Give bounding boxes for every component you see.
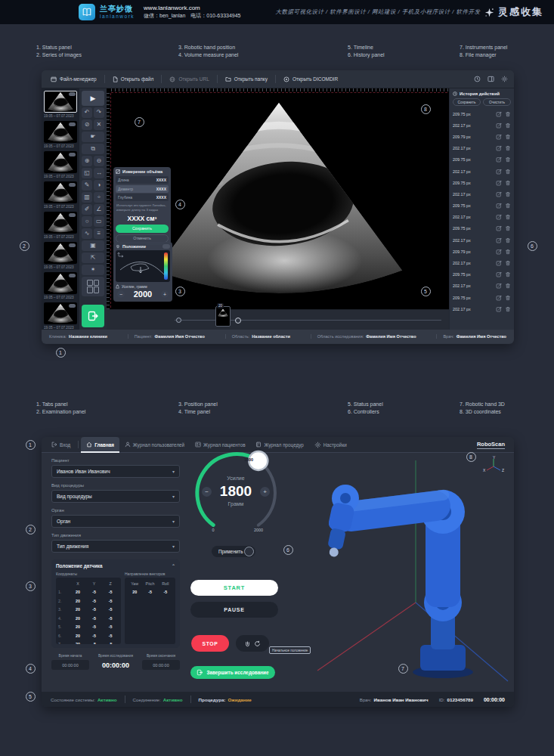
gear-icon[interactable]: [501, 76, 508, 82]
history-row[interactable]: 202.17 px: [453, 234, 511, 246]
series-thumbnail[interactable]: 19.05 – 07.07.2023: [44, 242, 77, 269]
procedure-select[interactable]: Вид процедуры▾: [51, 490, 180, 503]
edit-icon[interactable]: [496, 237, 502, 243]
trash-icon[interactable]: [505, 295, 511, 301]
edit-icon[interactable]: [496, 180, 502, 186]
pan-tool[interactable]: ↔: [94, 168, 104, 179]
trash-icon[interactable]: [505, 283, 511, 289]
play-tool[interactable]: ▶: [82, 91, 104, 106]
history-row[interactable]: 209.79 px: [453, 131, 511, 142]
lines-tool[interactable]: ≡: [94, 228, 104, 240]
toolbar-item-4[interactable]: Открыть DICOMDIR: [280, 76, 341, 82]
curve-tool[interactable]: ∿: [82, 228, 92, 240]
trash-icon[interactable]: [505, 203, 511, 209]
toolbar-item-1[interactable]: Открыть файл: [110, 76, 157, 82]
history-row[interactable]: 209.75 px: [453, 108, 511, 119]
edit-icon[interactable]: [496, 122, 502, 129]
gesture-tool[interactable]: ✶: [82, 265, 104, 276]
force-minus-button[interactable]: −: [117, 290, 125, 298]
timeline-start-marker[interactable]: [176, 318, 181, 323]
history-row[interactable]: 209.75 px: [453, 200, 511, 212]
series-thumbnail[interactable]: 19.05 – 07.07.2023: [44, 91, 77, 118]
edit-icon[interactable]: [496, 271, 502, 277]
trash-icon[interactable]: [505, 111, 511, 117]
trash-icon[interactable]: [505, 237, 511, 243]
series-thumbnail[interactable]: 19.05 – 07.07.2023: [44, 151, 77, 178]
cancel-tool[interactable]: ⊘: [82, 119, 92, 131]
motion-select[interactable]: Тип движения▾: [51, 540, 180, 553]
edit-icon[interactable]: [496, 111, 502, 117]
toolbar-item-0[interactable]: Файл-менеджер: [48, 76, 100, 82]
edit-icon[interactable]: [496, 134, 502, 140]
finish-button[interactable]: Завершить исследование: [190, 666, 275, 679]
measure-row[interactable]: ДлинаXXXX: [116, 176, 169, 184]
tab-5[interactable]: Настройки: [309, 437, 352, 453]
trash-icon[interactable]: [505, 134, 511, 140]
edit-icon[interactable]: [496, 283, 502, 289]
series-thumbnail[interactable]: 19.05 – 07.07.2023: [44, 181, 77, 209]
start-button[interactable]: START: [190, 580, 278, 596]
history-clear-button[interactable]: Очистить: [483, 98, 511, 106]
contrast-tool[interactable]: ◑: [94, 180, 104, 191]
edit-icon[interactable]: [496, 191, 502, 197]
history-row[interactable]: 202.17 px: [453, 212, 511, 223]
edit-icon[interactable]: [496, 295, 502, 301]
tab-1[interactable]: Главная: [81, 437, 119, 453]
ellipse-tool[interactable]: ○: [82, 216, 92, 228]
redo-tool[interactable]: ↷: [94, 107, 104, 119]
history-row[interactable]: 202.17 px: [453, 188, 511, 200]
tab-0[interactable]: Вход: [46, 437, 76, 453]
hand-tool[interactable]: ☛: [82, 132, 104, 143]
apply-toggle[interactable]: [244, 547, 254, 556]
pause-button[interactable]: PAUSE: [190, 602, 278, 618]
history-icon[interactable]: [474, 76, 481, 82]
gauge-minus-button[interactable]: −: [202, 487, 212, 497]
history-save-button[interactable]: Сохранить: [453, 98, 481, 106]
zoom-in-tool[interactable]: ⊕: [82, 156, 92, 167]
copy-tool[interactable]: ⧉: [82, 144, 104, 155]
trash-icon[interactable]: [505, 225, 511, 231]
organ-select[interactable]: Орган▾: [51, 515, 180, 528]
tab-2[interactable]: Журнал пользователей: [119, 437, 190, 453]
rect-tool[interactable]: ▭: [94, 216, 104, 228]
stop-button[interactable]: STOP: [191, 635, 229, 652]
history-row[interactable]: 209.75 px: [453, 177, 511, 188]
edit-icon[interactable]: [496, 306, 502, 312]
edit-icon[interactable]: [496, 249, 502, 255]
patient-select[interactable]: Иванов Иван Иванович▾: [51, 465, 180, 478]
trash-icon[interactable]: [505, 180, 511, 186]
edit-icon[interactable]: [496, 203, 502, 209]
edit-icon[interactable]: [496, 145, 502, 151]
trash-icon[interactable]: [505, 214, 511, 220]
layout-icon[interactable]: [487, 76, 494, 82]
history-row[interactable]: 209.79 px: [453, 246, 511, 257]
trash-icon[interactable]: [505, 145, 511, 151]
history-row[interactable]: 202.17 px: [453, 303, 511, 314]
brush-tool[interactable]: ✎: [82, 180, 92, 191]
toolbar-item-2[interactable]: Открыть URL: [166, 76, 212, 82]
series-thumbnail[interactable]: 19.05 – 07.07.2023: [44, 121, 77, 148]
edit-icon[interactable]: [496, 260, 502, 266]
zoom-out-tool[interactable]: ⊖: [94, 156, 104, 167]
trash-icon[interactable]: [505, 156, 511, 163]
series-thumbnail[interactable]: 19.05 – 07.07.2023: [44, 212, 77, 239]
trash-icon[interactable]: [505, 271, 511, 277]
history-row[interactable]: 202.17 px: [453, 257, 511, 268]
pencil-tool[interactable]: ✐: [82, 204, 92, 215]
history-row[interactable]: 209.75 px: [453, 269, 511, 280]
collapse-icon[interactable]: ⌃: [172, 563, 175, 569]
trash-icon[interactable]: [505, 169, 511, 175]
trash-icon[interactable]: [505, 260, 511, 266]
split-tool[interactable]: ÷: [94, 192, 104, 203]
trash-icon[interactable]: [505, 122, 511, 129]
trash-icon[interactable]: [505, 249, 511, 255]
timeline[interactable]: 20: [107, 309, 449, 330]
zoom-area-tool[interactable]: ◱: [82, 168, 92, 179]
series-thumbnail[interactable]: 19.05 – 07.07.2023: [44, 272, 77, 299]
measure-save-button[interactable]: Сохранить: [116, 225, 169, 233]
trash-icon[interactable]: [505, 191, 511, 197]
edit-icon[interactable]: [496, 156, 502, 163]
measure-row[interactable]: ДиаметрXXXX: [116, 185, 169, 193]
histogram-tool[interactable]: ▥: [82, 192, 92, 203]
toolbar-item-3[interactable]: Открыть папку: [222, 76, 271, 82]
